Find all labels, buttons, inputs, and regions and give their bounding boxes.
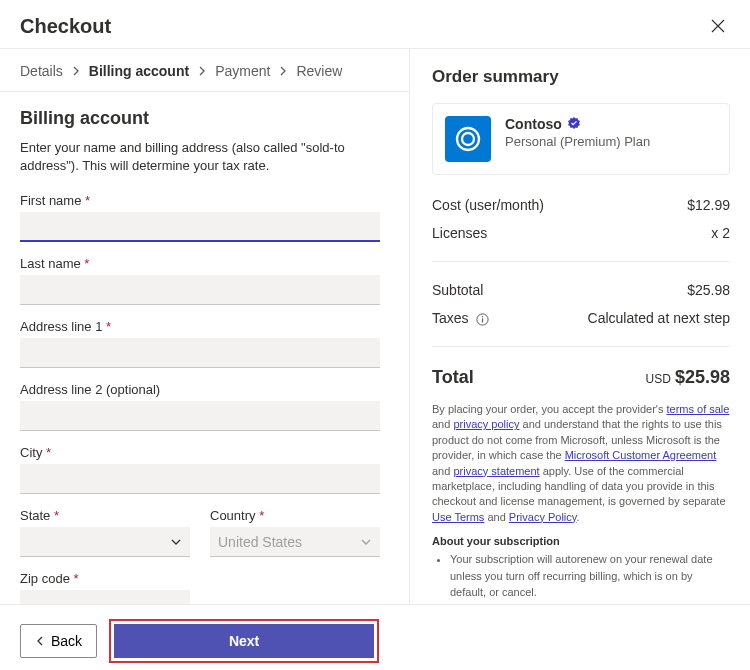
zip-field[interactable] <box>20 590 190 604</box>
breadcrumb: Details Billing account Payment Review <box>0 49 409 92</box>
close-button[interactable] <box>706 14 730 38</box>
chevron-right-icon <box>278 66 288 76</box>
svg-point-0 <box>457 128 479 150</box>
section-description: Enter your name and billing address (als… <box>20 139 389 175</box>
licenses-label: Licenses <box>432 225 487 241</box>
info-icon[interactable] <box>476 313 489 326</box>
city-field[interactable] <box>20 464 380 494</box>
chevron-left-icon <box>35 636 45 646</box>
page-title: Checkout <box>20 15 111 38</box>
last-name-field[interactable] <box>20 275 380 305</box>
address2-field[interactable] <box>20 401 380 431</box>
breadcrumb-step-review[interactable]: Review <box>296 63 342 79</box>
about-subscription-heading: About your subscription <box>432 535 730 547</box>
taxes-value: Calculated at next step <box>588 310 730 326</box>
link-use-terms[interactable]: Use Terms <box>432 511 484 523</box>
about-subscription-list: Your subscription will autorenew on your… <box>432 551 730 604</box>
link-privacy-statement[interactable]: privacy statement <box>453 465 539 477</box>
link-privacy-policy-2[interactable]: Privacy Policy <box>509 511 577 523</box>
total-label: Total <box>432 367 474 388</box>
summary-heading: Order summary <box>432 67 730 87</box>
chevron-down-icon <box>170 536 182 548</box>
divider <box>432 346 730 347</box>
list-item: You can manage your subscription from Ma… <box>450 601 730 604</box>
chevron-right-icon <box>197 66 207 76</box>
header: Checkout <box>0 0 750 48</box>
link-privacy-policy[interactable]: privacy policy <box>453 418 519 430</box>
order-summary: Order summary Contoso Personal (Premium)… <box>410 49 750 604</box>
country-select: United States <box>210 527 380 557</box>
total-value: $25.98 <box>675 367 730 387</box>
subtotal-value: $25.98 <box>687 282 730 298</box>
divider <box>432 261 730 262</box>
chevron-right-icon <box>71 66 81 76</box>
highlight-box: Next <box>109 619 379 663</box>
first-name-field[interactable] <box>20 212 380 242</box>
verified-icon <box>568 117 580 132</box>
svg-point-1 <box>462 133 474 145</box>
first-name-label: First name * <box>20 193 389 208</box>
cost-value: $12.99 <box>687 197 730 213</box>
link-terms-of-sale[interactable]: terms of sale <box>666 403 729 415</box>
product-logo <box>445 116 491 162</box>
list-item: Your subscription will autorenew on your… <box>450 551 730 601</box>
zip-label: Zip code * <box>20 571 389 586</box>
spiral-icon <box>453 124 483 154</box>
svg-point-3 <box>482 316 483 317</box>
address1-field[interactable] <box>20 338 380 368</box>
state-select[interactable] <box>20 527 190 557</box>
city-label: City * <box>20 445 389 460</box>
link-mca[interactable]: Microsoft Customer Agreement <box>565 449 717 461</box>
product-name: Contoso <box>505 116 562 132</box>
cost-label: Cost (user/month) <box>432 197 544 213</box>
taxes-label: Taxes <box>432 310 469 326</box>
footer: Back Next <box>0 604 750 670</box>
breadcrumb-step-payment[interactable]: Payment <box>215 63 270 79</box>
section-heading: Billing account <box>20 108 389 129</box>
chevron-down-icon <box>360 536 372 548</box>
close-icon <box>710 18 726 34</box>
address2-label: Address line 2 (optional) <box>20 382 389 397</box>
cost-row: Cost (user/month) $12.99 <box>432 191 730 219</box>
state-label: State * <box>20 508 190 523</box>
legal-text: By placing your order, you accept the pr… <box>432 402 730 525</box>
licenses-value: x 2 <box>711 225 730 241</box>
next-button[interactable]: Next <box>114 624 374 658</box>
left-column: Details Billing account Payment Review B… <box>0 49 410 604</box>
product-plan: Personal (Premium) Plan <box>505 134 650 149</box>
total-currency: USD <box>646 372 671 386</box>
subtotal-row: Subtotal $25.98 <box>432 276 730 304</box>
address1-label: Address line 1 * <box>20 319 389 334</box>
back-button[interactable]: Back <box>20 624 97 658</box>
total-row: Total USD$25.98 <box>432 361 730 402</box>
breadcrumb-step-billing[interactable]: Billing account <box>89 63 189 79</box>
breadcrumb-step-details[interactable]: Details <box>20 63 63 79</box>
licenses-row: Licenses x 2 <box>432 219 730 247</box>
subtotal-label: Subtotal <box>432 282 483 298</box>
product-card: Contoso Personal (Premium) Plan <box>432 103 730 175</box>
last-name-label: Last name * <box>20 256 389 271</box>
svg-rect-4 <box>482 318 483 322</box>
taxes-row: Taxes Calculated at next step <box>432 304 730 332</box>
country-label: Country * <box>210 508 380 523</box>
